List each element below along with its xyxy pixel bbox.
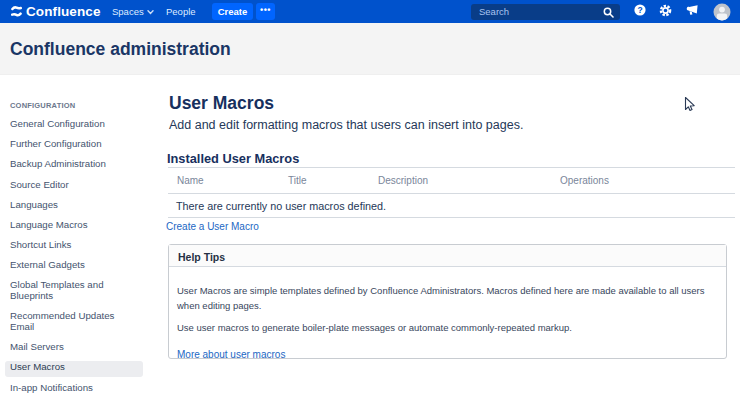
svg-text:?: ? [637, 5, 642, 15]
